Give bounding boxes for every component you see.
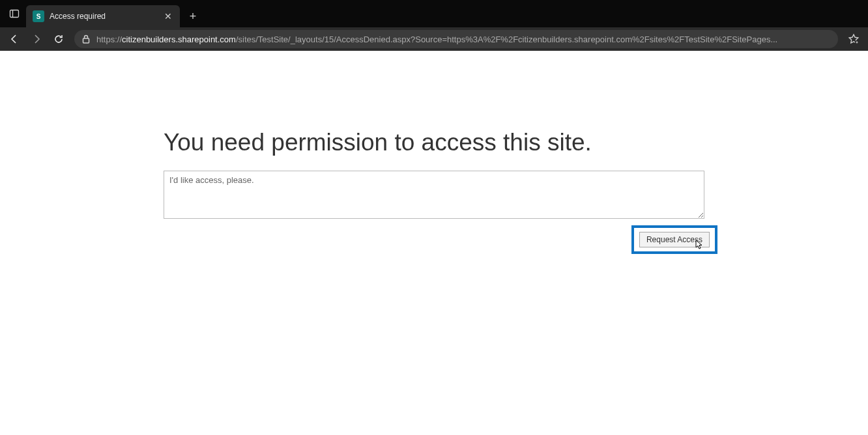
highlight-box: Request Access: [631, 225, 717, 254]
url-domain: citizenbuilders.sharepoint.com: [122, 35, 236, 44]
button-row: Request Access: [164, 225, 704, 254]
svg-rect-0: [10, 10, 19, 18]
url-text: https://citizenbuilders.sharepoint.com/s…: [96, 35, 832, 44]
request-access-button[interactable]: Request Access: [639, 232, 710, 247]
back-button[interactable]: [4, 30, 25, 48]
svg-rect-2: [83, 38, 89, 43]
tab-title: Access required: [50, 12, 163, 21]
refresh-button[interactable]: [48, 30, 69, 48]
browser-tab[interactable]: S Access required ✕: [26, 5, 180, 27]
url-protocol: https://: [96, 35, 122, 44]
page-heading: You need permission to access this site.: [164, 129, 704, 156]
address-bar[interactable]: https://citizenbuilders.sharepoint.com/s…: [74, 30, 838, 48]
new-tab-button[interactable]: +: [184, 7, 202, 25]
page-content: You need permission to access this site.…: [0, 51, 868, 254]
browser-chrome: S Access required ✕ + https://citizenbui…: [0, 0, 868, 51]
access-denied-container: You need permission to access this site.…: [164, 129, 704, 254]
browser-toolbar: https://citizenbuilders.sharepoint.com/s…: [0, 27, 868, 51]
url-path: /sites/TestSite/_layouts/15/AccessDenied…: [236, 35, 777, 44]
request-message-input[interactable]: [164, 171, 704, 219]
favorites-icon[interactable]: [843, 30, 864, 48]
forward-button[interactable]: [26, 30, 47, 48]
close-tab-icon[interactable]: ✕: [163, 11, 173, 21]
lock-icon: [81, 34, 91, 44]
tab-bar: S Access required ✕ +: [0, 0, 868, 27]
tab-actions-icon[interactable]: [7, 6, 22, 21]
sharepoint-favicon: S: [33, 10, 44, 22]
